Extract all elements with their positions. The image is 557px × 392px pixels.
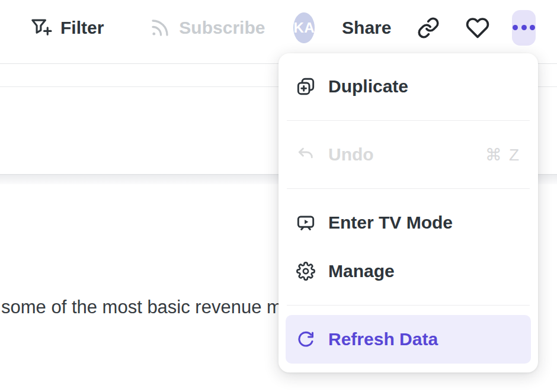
menu-item-refresh-data[interactable]: Refresh Data	[286, 315, 531, 364]
avatar-initials: KA	[293, 20, 315, 36]
menu-item-undo: Undo ⌘ Z	[286, 130, 531, 179]
tv-mode-icon	[296, 213, 315, 232]
share-label: Share	[342, 18, 391, 38]
menu-item-manage[interactable]: Manage	[286, 247, 531, 295]
duplicate-icon	[296, 77, 315, 96]
refresh-icon	[296, 330, 315, 349]
undo-icon	[296, 145, 315, 164]
ellipsis-icon	[513, 25, 535, 30]
menu-item-label: Undo	[328, 144, 374, 165]
rss-icon	[149, 17, 171, 38]
more-options-button[interactable]	[512, 10, 536, 46]
menu-divider	[287, 120, 530, 121]
share-button[interactable]: Share	[342, 18, 391, 38]
link-icon[interactable]	[417, 17, 440, 39]
menu-item-label: Manage	[328, 261, 395, 281]
avatar[interactable]: KA	[293, 12, 315, 43]
menu-item-enter-tv-mode[interactable]: Enter TV Mode	[286, 198, 531, 247]
menu-item-label: Enter TV Mode	[328, 213, 453, 233]
filter-label: Filter	[60, 18, 104, 38]
filter-button[interactable]: Filter	[30, 17, 104, 39]
menu-item-shortcut: ⌘ Z	[485, 145, 520, 165]
card-text: some of the most basic revenue m	[1, 297, 282, 318]
menu-divider	[287, 305, 530, 306]
filter-plus-icon	[30, 17, 52, 39]
menu-item-duplicate[interactable]: Duplicate	[286, 62, 531, 111]
menu-item-label: Duplicate	[328, 76, 408, 97]
menu-item-label: Refresh Data	[328, 329, 438, 349]
subscribe-label: Subscribe	[179, 18, 265, 38]
subscribe-button[interactable]: Subscribe	[149, 17, 265, 38]
heart-icon[interactable]	[466, 16, 489, 40]
menu-divider	[287, 188, 530, 189]
more-options-menu: Duplicate Undo ⌘ Z Enter TV Mode	[278, 53, 538, 372]
gear-icon	[296, 262, 315, 281]
